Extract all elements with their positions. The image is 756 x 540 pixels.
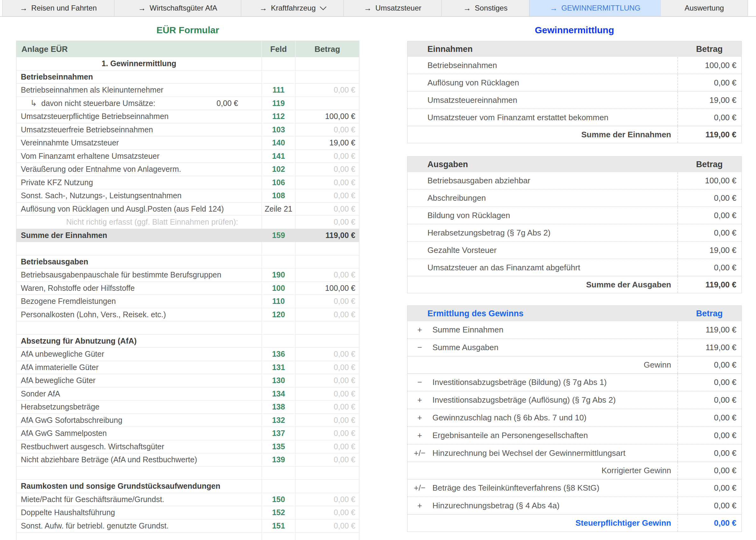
eur-cell-feld[interactable] bbox=[262, 321, 296, 334]
eur-cell-feld[interactable]: 152 bbox=[262, 506, 296, 519]
eur-cell-feld[interactable]: 140 bbox=[262, 136, 296, 149]
gewinn-row-value[interactable]: 119,00 € bbox=[678, 321, 741, 338]
eur-cell-betrag[interactable]: 100,00 € bbox=[296, 282, 359, 295]
eur-cell-label[interactable]: AfA GwG Sofortabschreibung bbox=[17, 414, 262, 427]
eur-cell-label[interactable]: Betriebseinnahmen als Kleinunternehmer bbox=[17, 83, 262, 97]
eur-cell-betrag[interactable] bbox=[296, 321, 359, 334]
eur-cell-label[interactable]: Personalkosten (Lohn, Vers., Reisek. etc… bbox=[17, 308, 262, 321]
eur-cell-label[interactable] bbox=[17, 242, 262, 255]
eur-cell-feld[interactable]: 100 bbox=[262, 282, 296, 295]
eur-cell-label[interactable]: Absetzung für Abnutzung (AfA) bbox=[17, 335, 262, 348]
tab-kraftfahrzeug[interactable]: →Kraftfahrzeug bbox=[241, 0, 344, 16]
eur-cell-feld[interactable]: Zeile 21 bbox=[262, 202, 296, 215]
eur-cell-feld[interactable]: 112 bbox=[262, 110, 296, 123]
eur-cell-betrag[interactable] bbox=[296, 242, 359, 255]
eur-cell-feld[interactable]: 110 bbox=[262, 295, 296, 308]
gewinn-row-value[interactable]: 0,00 € bbox=[678, 391, 741, 409]
eur-cell-betrag[interactable]: 0,00 € bbox=[296, 295, 359, 308]
gewinn-row-value[interactable]: 119,00 € bbox=[678, 339, 741, 356]
eur-cell-betrag[interactable] bbox=[296, 57, 359, 70]
einnahmen-row-value[interactable]: 0,00 € bbox=[678, 74, 741, 91]
gewinn-row-label[interactable]: Investitionsabzugsbeträge (Auflösung) (§… bbox=[432, 391, 678, 409]
eur-cell-label[interactable]: Doppelte Haushaltsführung bbox=[17, 506, 262, 519]
chevron-down-icon[interactable] bbox=[320, 3, 326, 10]
eur-cell-feld[interactable] bbox=[262, 57, 296, 70]
gewinn-row-label[interactable]: Summe Ausgaben bbox=[432, 339, 678, 356]
ausgaben-row-label[interactable]: Umsatzsteuer an das Finanzamt abgeführt bbox=[407, 259, 678, 276]
gewinn-row-value[interactable]: 0,00 € bbox=[678, 497, 741, 514]
eur-cell-feld[interactable] bbox=[262, 255, 296, 268]
eur-cell-label[interactable]: AfA unbewegliche Güter bbox=[17, 348, 262, 361]
ausgaben-row-value[interactable]: 0,00 € bbox=[678, 224, 741, 241]
tab-sonstiges[interactable]: →Sonstiges bbox=[442, 0, 529, 16]
eur-cell-betrag[interactable]: 0,00 € bbox=[296, 493, 359, 506]
eur-cell-feld[interactable] bbox=[262, 70, 296, 83]
gewinn-row-value[interactable]: 0,00 € bbox=[678, 409, 741, 426]
eur-cell-betrag[interactable]: 0,00 € bbox=[296, 506, 359, 519]
eur-cell-label[interactable]: Bezogene Fremdleistungen bbox=[17, 295, 262, 308]
eur-cell-feld[interactable]: 159 bbox=[262, 229, 296, 242]
eur-cell-betrag[interactable]: 0,00 € bbox=[296, 83, 359, 97]
eur-cell-label[interactable]: Miete/Pacht für Geschäftsräume/Grundst. bbox=[17, 493, 262, 506]
ausgaben-row-label[interactable]: Bildung von Rücklagen bbox=[407, 207, 678, 224]
einnahmen-row-label[interactable]: Betriebseinnahmen bbox=[407, 57, 678, 73]
eur-cell-feld[interactable]: 136 bbox=[262, 348, 296, 361]
eur-cell-feld[interactable]: 130 bbox=[262, 374, 296, 387]
tab-auswertung[interactable]: Auswertung bbox=[661, 0, 748, 16]
eur-cell-label[interactable]: Betriebsausgabenpauschale für bestimmte … bbox=[17, 268, 262, 282]
eur-cell-feld[interactable] bbox=[262, 242, 296, 255]
gewinn-row-label[interactable]: Gewinnzuschlag nach (§ 6b Abs. 7 und 10) bbox=[432, 409, 678, 426]
gewinn-row-label[interactable]: Hinzurechnungsbetrag (§ 4 Abs 4a) bbox=[432, 497, 678, 514]
ausgaben-row-label[interactable]: Gezahlte Vorsteuer bbox=[407, 242, 678, 258]
eur-cell-feld[interactable]: 135 bbox=[262, 440, 296, 453]
eur-cell-label[interactable]: Umsatzsteuerfreie Betriebseinnahmen bbox=[17, 123, 262, 136]
ausgaben-row-value[interactable]: 0,00 € bbox=[678, 259, 741, 276]
eur-cell-betrag[interactable]: 0,00 € bbox=[296, 361, 359, 374]
eur-cell-label[interactable]: AfA immaterielle Güter bbox=[17, 361, 262, 374]
ausgaben-row-value[interactable]: 0,00 € bbox=[678, 190, 741, 206]
eur-cell-feld[interactable]: 106 bbox=[262, 176, 296, 189]
eur-cell-feld[interactable] bbox=[262, 335, 296, 348]
eur-cell-feld[interactable]: 103 bbox=[262, 123, 296, 136]
eur-cell-label[interactable]: Umsatzsteuerpflichtige Betriebseinnahmen bbox=[17, 110, 262, 123]
tab-gewinnermittlung[interactable]: →GEWINNERMITTLUNG bbox=[529, 0, 661, 16]
eur-cell-betrag[interactable]: 0,00 € bbox=[296, 215, 359, 229]
eur-cell-label[interactable]: Veräußerung oder Entnahme von Anlageverm… bbox=[17, 163, 262, 176]
eur-cell-label[interactable]: Herabsetzungsbeträge bbox=[17, 400, 262, 414]
eur-cell-betrag[interactable] bbox=[296, 255, 359, 268]
ausgaben-row-value[interactable]: 0,00 € bbox=[678, 207, 741, 224]
eur-cell-feld[interactable]: 190 bbox=[262, 268, 296, 282]
einnahmen-row-label[interactable]: Umsatzsteuereinnahmen bbox=[407, 92, 678, 108]
einnahmen-row-label[interactable]: Auflösung von Rücklagen bbox=[407, 74, 678, 91]
eur-cell-betrag[interactable]: 0,00 € bbox=[296, 150, 359, 163]
einnahmen-sum-value[interactable]: 119,00 € bbox=[678, 126, 741, 143]
eur-cell-betrag[interactable]: 0,00 € bbox=[296, 453, 359, 467]
ausgaben-row-label[interactable]: Abschreibungen bbox=[407, 190, 678, 206]
gewinn-row-value[interactable]: 0,00 € bbox=[678, 374, 741, 391]
eur-cell-betrag[interactable]: 0,00 € bbox=[296, 176, 359, 189]
gewinn-row-value[interactable]: 0,00 € bbox=[678, 514, 741, 532]
eur-cell-label[interactable] bbox=[17, 533, 262, 540]
eur-cell-betrag[interactable]: 0,00 € bbox=[296, 387, 359, 400]
eur-cell-betrag[interactable]: 0,00 € bbox=[296, 414, 359, 427]
einnahmen-row-value[interactable]: 100,00 € bbox=[678, 57, 741, 73]
eur-cell-betrag[interactable] bbox=[296, 97, 359, 110]
eur-cell-feld[interactable]: 150 bbox=[262, 493, 296, 506]
eur-cell-feld[interactable]: 151 bbox=[262, 519, 296, 533]
gewinn-row-value[interactable]: 0,00 € bbox=[678, 356, 741, 373]
gewinn-row-value[interactable]: 0,00 € bbox=[678, 479, 741, 496]
gewinn-row-value[interactable]: 0,00 € bbox=[678, 445, 741, 462]
eur-cell-label[interactable]: Auflösung von Rücklagen und Ausgl.Posten… bbox=[17, 202, 262, 215]
eur-cell-betrag[interactable]: 0,00 € bbox=[296, 308, 359, 321]
einnahmen-row-label[interactable]: Umsatzsteuer vom Finanzamt erstattet bek… bbox=[407, 109, 678, 126]
gewinn-row-label[interactable]: Ergebnisanteile an Personengesellschafte… bbox=[432, 427, 678, 444]
ausgaben-row-label[interactable]: Betriebsausgaben abziehbar bbox=[407, 172, 678, 189]
gewinn-row-label[interactable]: Hinzurechnung bei Wechsel der Gewinnermi… bbox=[432, 445, 678, 462]
eur-cell-betrag[interactable]: 119,00 € bbox=[296, 229, 359, 242]
eur-cell-feld[interactable] bbox=[262, 480, 296, 493]
eur-cell-label[interactable]: Restbuchwert ausgesch. Wirtschaftsgüter bbox=[17, 440, 262, 453]
eur-cell-feld[interactable]: 119 bbox=[262, 97, 296, 110]
eur-cell-label[interactable]: Sonder AfA bbox=[17, 387, 262, 400]
eur-cell-label[interactable]: Vom Finanzamt erhaltene Umsatzsteuer bbox=[17, 150, 262, 163]
ausgaben-row-value[interactable]: 19,00 € bbox=[678, 242, 741, 258]
